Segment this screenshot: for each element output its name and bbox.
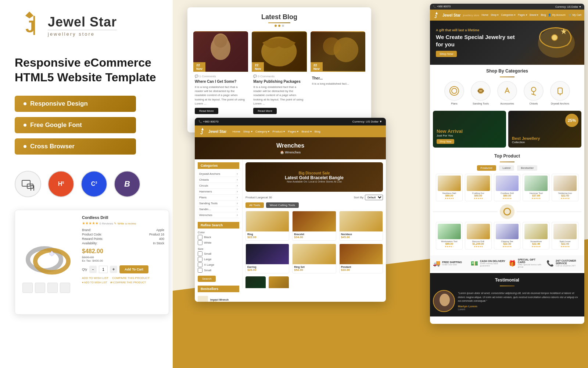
cat-sandin[interactable]: Sandin... › [198, 206, 239, 212]
cat-accessories[interactable]: Accessories [495, 81, 519, 105]
product-item-6[interactable]: Pendant$18.00 [339, 244, 383, 273]
product-name: Cordless Drill [82, 215, 164, 220]
product-img-1 [246, 211, 289, 231]
product-img-2 [293, 211, 336, 231]
blog-screenshot: Latest Blog 22Nov [187, 7, 371, 132]
sort-select[interactable]: Default [365, 195, 383, 200]
compare-text[interactable]: ⇄ COMPARE THIS PRODUCT [110, 281, 146, 284]
thumb-2[interactable] [35, 283, 45, 293]
css3-label: C3 [91, 181, 97, 187]
qty-decrease-button[interactable]: - [89, 266, 97, 273]
nav-blog[interactable]: Blog [315, 130, 320, 133]
cat-sanding[interactable]: Sanding Tools [469, 81, 492, 105]
color-white-checkbox[interactable] [198, 240, 202, 245]
store-nav-pages[interactable]: Pages ▾ [518, 14, 527, 17]
store-account[interactable]: 👤 My Account [548, 14, 565, 17]
store-nav-home[interactable]: Home [481, 14, 488, 17]
best-jewellery-sub: Collection [512, 141, 578, 144]
nav-home[interactable]: Home [232, 130, 240, 133]
store-cart[interactable]: 🛒 My Cart [569, 14, 581, 17]
size-s-checkbox[interactable] [198, 251, 202, 256]
cat-drywall-label: Drywall Anchors [548, 102, 572, 105]
bestseller-tab[interactable]: Bestseller [517, 165, 537, 171]
compare-link[interactable]: COMPARE THIS PRODUCT [112, 276, 150, 280]
tp-product-8[interactable]: Clipping Tee $22.40 ★★★★★ [494, 222, 521, 250]
tp-product-3[interactable]: Cordless Drill $60.00 ★★★★★ [494, 174, 521, 201]
cat-sanding-label: Sanding Tools [469, 102, 492, 105]
store-nav-cat[interactable]: Categories ▾ [501, 14, 516, 17]
nav-shop[interactable]: Shop ▾ [243, 130, 252, 133]
featured-tab[interactable]: Featured [477, 165, 496, 171]
tp-product-6[interactable]: Workstation Tool $89.00 ★★★★☆ [436, 222, 463, 250]
size-xl-checkbox[interactable] [198, 262, 202, 267]
tp-product-5[interactable]: Soldering Iron $22.40 ★★★★★ [552, 174, 578, 201]
tp-product-2[interactable]: Crafting Gur $60.00 ★★★★★ [465, 174, 492, 201]
service-shipping-title: FREE SHIPPING [442, 261, 462, 263]
nav-pages[interactable]: Pages ▾ [288, 130, 298, 133]
cat-chisels[interactable]: Chisels › [198, 177, 239, 183]
blog-excerpt-3: It is a long established fact... [312, 82, 364, 86]
cat-plans[interactable]: Plans › [198, 195, 239, 201]
store-nav-shop[interactable]: Shop ▾ [491, 14, 499, 17]
new-arrival-sub: Just For You [437, 134, 502, 137]
thumb-1[interactable] [22, 283, 33, 293]
store-hero-cta-btn[interactable]: Shop Now [436, 51, 457, 57]
shop-now-btn[interactable]: Shop Now [437, 139, 454, 144]
qty-increase-button[interactable]: + [110, 266, 117, 273]
service-free-shipping: 🚚 FREE SHIPPINGOrder over $50 [433, 258, 468, 268]
product-item-4[interactable]: Earring$28.00 [245, 244, 289, 273]
tp-product-1[interactable]: Necklace Nall $60.00 ★★★★★ [436, 174, 463, 201]
tp-product-4[interactable]: Hammer Tool $37.00 ★★★★★ [523, 174, 549, 201]
dot-icon [24, 102, 26, 105]
thumb-4[interactable] [60, 283, 70, 293]
testimonial-title: Testimonial [433, 277, 581, 283]
service-cash-sub: 100% money back guarantee [480, 262, 506, 267]
read-more-btn-2[interactable]: Read More [253, 108, 277, 114]
svg-point-23 [552, 35, 557, 40]
blog-title-underline [268, 22, 290, 23]
product-item-2[interactable]: Bracelet$34.00 [292, 211, 336, 241]
nav-category[interactable]: Category ▾ [255, 130, 270, 133]
color-black-checkbox[interactable] [198, 235, 202, 240]
blog-comments-1: 💬 1 Comments [195, 75, 247, 78]
svg-text:J: J [200, 130, 203, 135]
search-button[interactable]: Search [198, 276, 216, 282]
size-sm-checkbox[interactable] [198, 268, 202, 273]
thumb-3[interactable] [47, 283, 58, 293]
add-to-wishlist-link[interactable]: ADD TO WISH LIST [82, 276, 108, 280]
store-nav-blog[interactable]: Blog [541, 14, 546, 17]
nav-brand[interactable]: Brand ▾ [301, 130, 312, 133]
tp-product-9[interactable]: Screwdriver $22.40 ★★★★★ [523, 222, 549, 250]
tp-product-10[interactable]: Spirit Lever $22.40 ★★★★★ [552, 222, 578, 250]
latest-tab[interactable]: Latest [499, 165, 514, 171]
store-nav-brand[interactable]: Brand ▾ [530, 14, 539, 17]
all-tools-btn[interactable]: All Tools [245, 202, 264, 208]
product-item-5[interactable]: Ring Set$52.00 [292, 244, 336, 273]
svg-point-12 [214, 35, 227, 48]
blog-heading-2: Many Publishing Packages [253, 79, 305, 84]
cat-chisels[interactable]: Chisels [522, 81, 545, 105]
product-item-1[interactable]: Ring$22.00 [245, 211, 289, 241]
read-more-btn-1[interactable]: Read More [195, 108, 218, 114]
add-to-cart-button[interactable]: Add To Cart [119, 265, 148, 273]
left-panel: J Jewel Star jewellery store Responsive … [0, 0, 173, 368]
cat-drywall[interactable]: Drywall Anchors [548, 81, 572, 105]
nav-product[interactable]: Product ▾ [272, 130, 285, 133]
categories-section: Shop By Categories Plans Sanding Tools [430, 65, 584, 109]
product-item-3[interactable]: Necklace$45.00 [339, 211, 383, 241]
brand-tagline: jewellery store [48, 30, 117, 37]
size-l-checkbox[interactable] [198, 257, 202, 262]
cat-wrenches[interactable]: Wrenches › [198, 212, 239, 218]
cat-sanding[interactable]: Sanding Tools › [198, 201, 239, 206]
cat-hammers[interactable]: Hammers › [198, 189, 239, 195]
cat-drywall[interactable]: Drywall Anchors › [198, 171, 239, 177]
service-shipping-sub: Order over $50 [442, 263, 462, 266]
service-customer-title: 24/7 CUSTOMER SERVICE [556, 259, 581, 265]
cat-circulx[interactable]: Circulx › [198, 183, 239, 189]
blog-date-3: 22Nov [311, 62, 323, 72]
wood-tools-btn[interactable]: Wood Cutting Tools [266, 202, 299, 208]
tp-product-7[interactable]: Discuss Drill $1,209.00 ★★★★★ [465, 222, 492, 250]
wishlist-text[interactable]: ♥ ADD TO WISH LIST [82, 281, 107, 284]
product-price: $482.00 [82, 248, 164, 255]
cat-plans[interactable]: Plans [442, 81, 466, 105]
